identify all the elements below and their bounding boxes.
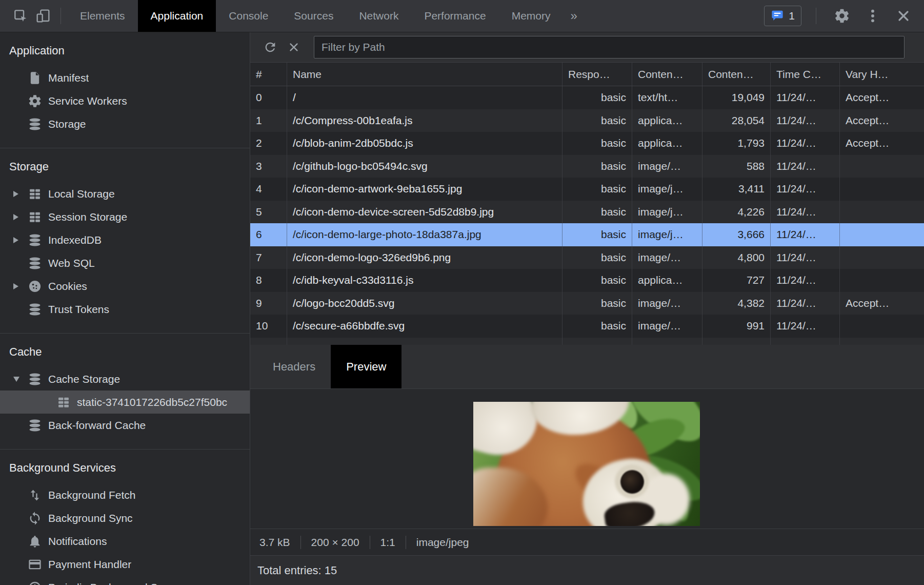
table-cell: 4,800 [702, 246, 771, 269]
sidebar-item-label: Payment Handler [48, 558, 131, 571]
issues-button[interactable]: 1 [764, 6, 801, 26]
column-header[interactable]: Conten… [702, 63, 771, 86]
table-row[interactable]: 10/c/secure-a66bbdfe.svgbasicimage/…9911… [250, 315, 924, 338]
more-options-icon[interactable] [861, 8, 884, 24]
preview-pane [250, 389, 924, 529]
sidebar-item[interactable]: Notifications [0, 530, 250, 553]
table-row[interactable]: 8/c/idb-keyval-c33d3116.jsbasicapplica…7… [250, 269, 924, 292]
sidebar-item[interactable]: Trust Tokens [0, 298, 250, 321]
table-row[interactable]: 11/c/simple-253b2ad5.svgbasicimage/…3771… [250, 338, 924, 345]
table-row[interactable]: 6/c/icon-demo-large-photo-18da387a.jpgba… [250, 223, 924, 246]
chevron-collapsed-icon[interactable] [13, 214, 28, 220]
table-row[interactable]: 5/c/icon-demo-device-screen-5d52d8b9.jpg… [250, 201, 924, 224]
chevron-collapsed-icon[interactable] [13, 237, 28, 243]
table-cell: text/ht… [632, 86, 702, 109]
tab-performance[interactable]: Performance [411, 0, 498, 32]
table-cell: image/… [632, 155, 702, 178]
column-header[interactable]: Name [287, 63, 563, 86]
table-cell: basic [563, 201, 632, 224]
image-dimensions: 200 × 200 [311, 536, 359, 549]
sidebar-item[interactable]: Manifest [0, 66, 250, 89]
table-cell: 5 [250, 201, 287, 224]
table-row[interactable]: 4/c/icon-demo-artwork-9eba1655.jpgbasici… [250, 178, 924, 201]
table-icon [28, 210, 48, 224]
sidebar-item[interactable]: Storage [0, 112, 250, 135]
database-icon [28, 372, 48, 386]
table-cell: 11/24/… [771, 269, 840, 292]
sidebar-item[interactable]: Payment Handler [0, 553, 250, 576]
table-cell: image/… [632, 315, 702, 338]
gear-icon [28, 94, 48, 108]
table-cell: /c/github-logo-bc05494c.svg [287, 155, 563, 178]
table-row[interactable]: 2/c/blob-anim-2db05bdc.jsbasicapplica…1,… [250, 132, 924, 155]
sidebar-item[interactable]: Web SQL [0, 251, 250, 275]
table-cell: /c/secure-a66bbdfe.svg [287, 315, 563, 338]
device-toolbar-icon[interactable] [32, 0, 54, 32]
chevron-collapsed-icon[interactable] [13, 191, 28, 197]
sidebar-item[interactable]: Cache Storage [0, 367, 250, 391]
column-header[interactable]: # [250, 63, 287, 86]
sidebar-item[interactable]: Periodic Background Sync [0, 576, 250, 585]
tab-application[interactable]: Application [138, 0, 216, 32]
sidebar-item[interactable]: Service Workers [0, 89, 250, 112]
table-row[interactable]: 7/c/icon-demo-logo-326ed9b6.pngbasicimag… [250, 246, 924, 269]
table-cell: /c/Compress-00b1eafa.js [287, 109, 563, 132]
sidebar-item[interactable]: Cookies [0, 275, 250, 298]
table-row[interactable]: 1/c/Compress-00b1eafa.jsbasicapplica…28,… [250, 109, 924, 132]
tab-headers[interactable]: Headers [257, 345, 331, 388]
table-cell [840, 269, 924, 292]
table-row[interactable]: 0/basictext/ht…19,04911/24/…Accept… [250, 86, 924, 109]
sidebar-item[interactable]: Local Storage [0, 182, 250, 205]
table-cell: Accept… [840, 86, 924, 109]
table-cell: image/j… [632, 201, 702, 224]
database-icon [28, 302, 48, 317]
table-cell: 8 [250, 269, 287, 292]
sidebar-item-label: static-3741017226db5c27f50bc [77, 396, 227, 408]
more-tabs-button[interactable]: » [563, 0, 584, 32]
table-cell: /c/simple-253b2ad5.svg [287, 338, 563, 345]
sidebar-item[interactable]: Background Fetch [0, 483, 250, 506]
meta-divider [406, 536, 406, 549]
inspect-element-icon[interactable] [9, 0, 32, 32]
column-header[interactable]: Vary H… [840, 63, 924, 86]
tab-network[interactable]: Network [346, 0, 411, 32]
table-cell: basic [563, 178, 632, 201]
tab-sources[interactable]: Sources [281, 0, 346, 32]
sub-tabs: HeadersPreview [250, 345, 924, 389]
sidebar-item[interactable]: Background Sync [0, 506, 250, 530]
close-devtools-icon[interactable] [892, 8, 915, 24]
chevron-expanded-icon[interactable] [13, 377, 28, 382]
table-cell: basic [563, 132, 632, 155]
sidebar-item[interactable]: Session Storage [0, 205, 250, 228]
column-header[interactable]: Respo… [563, 63, 632, 86]
tab-memory[interactable]: Memory [499, 0, 564, 32]
table-row[interactable]: 3/c/github-logo-bc05494c.svgbasicimage/…… [250, 155, 924, 178]
sidebar-item[interactable]: IndexedDB [0, 228, 250, 251]
table-cell [840, 246, 924, 269]
table-cell: applica… [632, 132, 702, 155]
meta-divider [300, 536, 301, 549]
table-row[interactable]: 9/c/logo-bcc20dd5.svgbasicimage/…4,38211… [250, 292, 924, 315]
table-cell: basic [563, 109, 632, 132]
sidebar-item-label: Cache Storage [48, 373, 120, 385]
fetch-icon [28, 488, 48, 502]
tab-console[interactable]: Console [216, 0, 281, 32]
chevron-collapsed-icon[interactable] [13, 283, 28, 289]
sidebar-item-label: Service Workers [48, 95, 127, 107]
tab-elements[interactable]: Elements [67, 0, 138, 32]
column-header[interactable]: Conten… [632, 63, 702, 86]
clear-icon[interactable] [282, 35, 306, 59]
sidebar-item[interactable]: static-3741017226db5c27f50bc [0, 391, 250, 414]
refresh-button[interactable] [258, 35, 282, 59]
chat-bubble-icon [771, 9, 784, 23]
preview-image [473, 402, 700, 526]
filter-input[interactable] [314, 36, 905, 59]
sidebar-item[interactable]: Back-forward Cache [0, 414, 250, 437]
sidebar-item-label: Storage [48, 118, 86, 130]
table-cell: basic [563, 269, 632, 292]
settings-gear-icon[interactable] [831, 8, 853, 24]
table-cell: /c/icon-demo-large-photo-18da387a.jpg [287, 223, 563, 246]
tab-preview[interactable]: Preview [331, 345, 401, 388]
total-entries-bar: Total entries: 15 [250, 555, 924, 585]
column-header[interactable]: Time C… [771, 63, 840, 86]
